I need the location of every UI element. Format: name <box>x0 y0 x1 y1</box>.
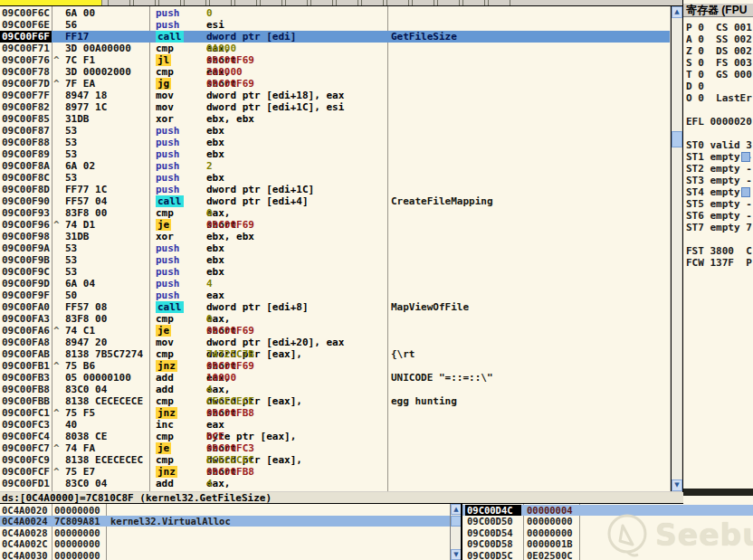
disassembly-row[interactable]: 09C00F9831DBxorebx, ebx <box>0 231 670 242</box>
disassembly-row[interactable]: 09C00F7F8947 18movdword ptr [edi+18], ea… <box>0 90 670 101</box>
register-line[interactable]: ST7 empty 7 <box>686 222 753 233</box>
dump-scrollbar[interactable]: ▲ ▼ <box>450 504 461 560</box>
scroll-up-icon[interactable]: ▲ <box>672 6 682 18</box>
register-line[interactable]: FST 3800 C <box>686 245 753 257</box>
disassembly-row[interactable]: 09C00F8753pushebx <box>0 125 670 137</box>
disassembly-row[interactable]: 09C00F76^7C F1jlshort 09C00F69 <box>0 54 670 66</box>
register-line[interactable] <box>686 104 753 116</box>
stack-row[interactable]: 09C00D580000001B <box>462 538 753 549</box>
disassembly-row[interactable]: 09C00FA6^74 C1jeshort 09C00F69 <box>0 325 670 337</box>
disassembly-row[interactable]: 09C00F9F50pusheax <box>0 289 670 301</box>
disassembly-row[interactable]: 09C00FA88947 20movdword ptr [edi+20], ea… <box>0 337 670 348</box>
disassembly-row[interactable]: 09C00F90FF57 04calldword ptr [edi+4]Crea… <box>0 195 670 207</box>
disassembly-row[interactable]: 09C00FD183C0 04addeax, 4 <box>0 478 670 489</box>
dump-row[interactable]: 0C4A003000000000 <box>0 550 450 560</box>
disassembly-row[interactable]: 09C00F8531DBxorebx, ebx <box>0 113 670 125</box>
disassembly-row[interactable]: 09C00F9A53pushebx <box>0 242 670 254</box>
disassembly-row[interactable]: 09C00F96^74 D1jeshort 09C00F69 <box>0 219 670 231</box>
toolbar-button[interactable] <box>437 0 460 5</box>
register-line[interactable]: FCW 137F P <box>686 257 753 269</box>
toolbar-button[interactable] <box>361 0 384 5</box>
disassembly-row[interactable]: 09C00F8A6A 02push2 <box>0 160 670 172</box>
register-line[interactable]: ST5 empty - <box>686 198 753 210</box>
toolbar-button[interactable] <box>386 0 409 5</box>
stack-row[interactable]: 09C00D5C0E02500C <box>462 550 753 560</box>
toolbar-button[interactable] <box>133 0 156 5</box>
register-line[interactable]: D 0 <box>686 81 753 92</box>
mnemonic-cell: push <box>156 242 180 254</box>
stack-row[interactable]: 09C00D5400000000 <box>462 527 753 538</box>
register-line[interactable]: EFL 0000020 <box>686 116 753 128</box>
register-line[interactable] <box>686 233 753 245</box>
toolbar-button[interactable] <box>184 0 206 5</box>
disassembly-scrollbar[interactable]: ▲ ▼ <box>671 6 682 491</box>
register-line[interactable] <box>686 128 753 139</box>
disassembly-row[interactable]: 09C00F8853pushebx <box>0 137 670 148</box>
disassembly-row[interactable]: 09C00FAB8138 7B5C7274cmpdword ptr [eax],… <box>0 348 670 360</box>
address-cell: 09C00FC7 <box>2 442 50 454</box>
stack-pane[interactable]: 09C00D4C0000000409C00D500000000009C00D54… <box>462 504 753 560</box>
toolbar-button[interactable] <box>209 0 232 5</box>
disassembly-pane[interactable]: 09C00F6C6A 00push009C00F6E56pushesi09C00… <box>0 6 670 491</box>
disassembly-row[interactable]: 09C00F9B53pushebx <box>0 254 670 266</box>
disassembly-row[interactable]: 09C00FB1^75 B6jnzshort 09C00F69 <box>0 360 670 372</box>
dump-row[interactable]: 0C4A002000000000 <box>0 505 450 516</box>
disassembly-row[interactable]: 09C00FC7^74 FAjeshort 09C00FC3 <box>0 442 670 454</box>
register-line[interactable]: T 0 GS 000 <box>686 69 753 81</box>
disassembly-row[interactable]: 09C00F8C53pushebx <box>0 172 670 184</box>
disassembly-row[interactable]: 09C00F6C6A 00push0 <box>0 7 670 19</box>
registers-pane[interactable]: 寄存器 (FPU P 0 CS 001A 0 SS 002Z 0 DS 002S… <box>683 0 753 504</box>
register-line[interactable]: A 0 SS 002 <box>686 33 753 45</box>
disassembly-row[interactable]: 09C00FC48038 CEcmpbyte ptr [eax], 0CE <box>0 431 670 442</box>
opcode-bytes-cell: 53 <box>65 125 77 137</box>
disassembly-row[interactable]: 09C00F9D6A 04push4 <box>0 278 670 289</box>
register-line[interactable]: Z 0 DS 002 <box>686 45 753 57</box>
toolbar-button[interactable] <box>158 0 181 5</box>
disassembly-row[interactable]: 09C00F9383F8 00cmpeax, 0 <box>0 207 670 219</box>
register-line[interactable]: ST3 empty - <box>686 175 753 186</box>
memory-dump-pane[interactable]: 0C4A0020000000000C4A00247C809A81kernel32… <box>0 504 450 560</box>
disassembly-row[interactable]: 09C00F783D 00002000cmpeax, 200000 <box>0 66 670 78</box>
disassembly-row[interactable]: 09C00F6FFF17calldword ptr [edi]GetFileSi… <box>0 31 670 43</box>
dump-row[interactable]: 0C4A002C00000000 <box>0 538 450 549</box>
toolbar-button[interactable] <box>234 0 257 5</box>
mnemonic-cell: push <box>156 254 180 266</box>
register-line[interactable]: ST0 valid 3 <box>686 139 753 151</box>
toolbar-button[interactable] <box>336 0 358 5</box>
disassembly-row[interactable]: 09C00FCF^75 E7jnzshort 09C00FB8 <box>0 466 670 478</box>
disassembly-row[interactable]: 09C00FA383F8 00cmpeax, 0 <box>0 313 670 325</box>
disassembly-row[interactable]: 09C00F8DFF77 1Cpushdword ptr [edi+1C] <box>0 184 670 195</box>
disassembly-row[interactable]: 09C00FA0FF57 08calldword ptr [edi+8]MapV… <box>0 301 670 313</box>
disassembly-row[interactable]: 09C00F7D^7F EAjgshort 09C00F69 <box>0 78 670 90</box>
disassembly-row[interactable]: 09C00FBB8138 CECECECEcmpdword ptr [eax],… <box>0 395 670 407</box>
register-line[interactable]: S 0 FS 003 <box>686 57 753 69</box>
register-line[interactable]: P 0 CS 001 <box>686 22 753 33</box>
dump-row[interactable]: 0C4A002800000000 <box>0 527 450 538</box>
stack-row[interactable]: 09C00D4C00000004 <box>462 505 753 516</box>
scroll-down-icon[interactable]: ▼ <box>672 479 682 491</box>
disassembly-row[interactable]: 09C00F8953pushebx <box>0 148 670 160</box>
toolbar-button[interactable] <box>412 0 434 5</box>
disassembly-row[interactable]: 09C00F713D 00A00000cmpeax, 0A000 <box>0 43 670 54</box>
disassembly-row[interactable]: 09C00F9C53pushebx <box>0 266 670 278</box>
disassembly-row[interactable]: 09C00FB305 00000100addeax, 10000UNICODE … <box>0 372 670 384</box>
disassembly-row[interactable]: 09C00FC98138 ECECECECcmpdword ptr [eax],… <box>0 454 670 466</box>
disassembly-row[interactable]: 09C00FB883C0 04addeax, 4 <box>0 384 670 395</box>
stack-row[interactable]: 09C00D5000000000 <box>462 516 753 527</box>
toolbar-button[interactable] <box>108 0 130 5</box>
disassembly-row[interactable]: 09C00FC340inceax <box>0 419 670 431</box>
register-line[interactable]: ST2 empty - <box>686 163 753 175</box>
register-line[interactable]: O 0 LastEr <box>686 92 753 104</box>
address-cell: 09C00F6F <box>0 31 52 43</box>
scrollbar-thumb[interactable] <box>672 131 682 147</box>
toolbar-button[interactable] <box>260 0 282 5</box>
toolbar-button[interactable] <box>285 0 308 5</box>
disassembly-row[interactable]: 09C00F828977 1Cmovdword ptr [edi+1C], es… <box>0 101 670 113</box>
toolbar-button[interactable] <box>488 0 510 5</box>
dump-row[interactable]: 0C4A00247C809A81kernel32.VirtualAlloc <box>0 516 450 527</box>
toolbar-button[interactable] <box>462 0 485 5</box>
register-line[interactable]: ST6 empty - <box>686 210 753 222</box>
toolbar-button[interactable] <box>310 0 333 5</box>
disassembly-row[interactable]: 09C00FC1^75 F5jnzshort 09C00FB8 <box>0 407 670 419</box>
disassembly-row[interactable]: 09C00F6E56pushesi <box>0 19 670 31</box>
